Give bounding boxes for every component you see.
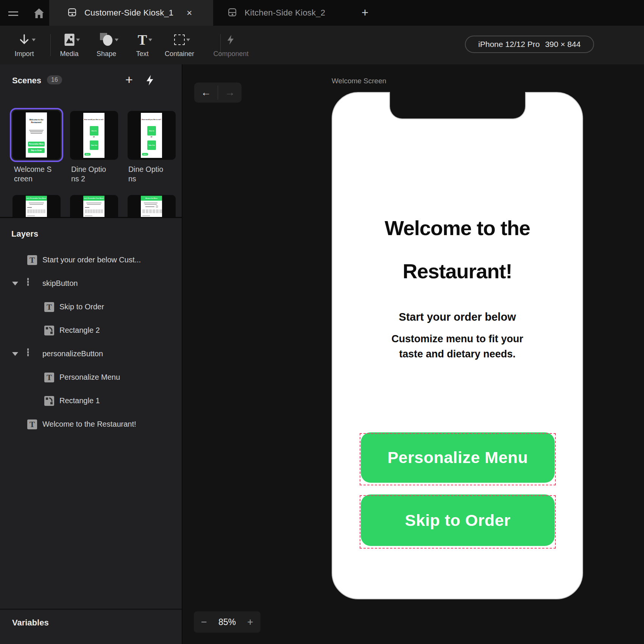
phone-notch xyxy=(389,92,526,119)
shape-icon xyxy=(100,30,113,49)
layer-label: Welcome to the Restaurant! xyxy=(42,420,136,429)
pie-file-icon xyxy=(67,8,77,19)
scene-thumbnail-personalize-2[interactable]: Let's Personalize Your Menu! xyxy=(70,195,118,217)
mini-screen: Welcome to theRestaurant! Personalize Me… xyxy=(26,112,47,157)
device-selector[interactable]: iPhone 12/12 Pro 390 × 844 xyxy=(465,36,594,53)
text-layer-icon: T xyxy=(44,302,54,312)
zoom-out-icon[interactable]: − xyxy=(195,611,214,633)
close-icon[interactable]: ✕ xyxy=(186,9,192,17)
layer-row-rectangle[interactable]: Rectangle 2 xyxy=(0,319,182,342)
variables-section[interactable]: Variables xyxy=(12,618,49,628)
layer-row-rectangle[interactable]: Rectangle 1 xyxy=(0,389,182,413)
scenes-title: Scenes xyxy=(12,76,41,86)
container-layer-icon xyxy=(27,348,29,356)
layer-row-container[interactable]: skipButton xyxy=(0,272,182,295)
welcome-heading[interactable]: Welcome to theRestaurant! xyxy=(332,206,582,293)
scene-label[interactable]: Welcome Screen xyxy=(332,77,386,85)
mini-screen: Let's Personalize Your Menu! xyxy=(83,196,104,217)
import-button[interactable]: Import xyxy=(6,30,42,61)
history-nav: ← → xyxy=(194,83,242,103)
text-button[interactable]: T Text xyxy=(124,30,161,61)
layer-label: Start your order below Cust... xyxy=(42,256,141,264)
toolbar: Import Media Shape T Text xyxy=(0,26,644,64)
tab-kitchen-side-kiosk[interactable]: Kitchen-Side Kiosk_2 xyxy=(213,0,354,26)
panel-divider xyxy=(0,217,182,218)
chevron-down-icon xyxy=(115,39,119,41)
text-layer-icon: T xyxy=(27,255,37,265)
zoom-in-icon[interactable]: + xyxy=(241,611,260,633)
text-layer-icon: T xyxy=(44,373,54,382)
title-bar: Customer-Side Kiosk_1 ✕ Kitchen-Side Kio… xyxy=(0,0,644,26)
import-label: Import xyxy=(14,50,34,58)
forward-arrow-icon[interactable]: → xyxy=(218,83,242,103)
component-lightning-icon xyxy=(226,30,236,49)
layer-row-text[interactable]: T Personalize Menu xyxy=(0,366,182,389)
menu-icon[interactable] xyxy=(5,5,22,20)
rectangle-layer-icon xyxy=(44,326,54,335)
new-tab-icon[interactable]: + xyxy=(355,0,375,26)
tab-label: Customer-Side Kiosk_1 xyxy=(84,8,173,18)
canvas[interactable]: ← → Welcome Screen Welcome to theRestaur… xyxy=(182,64,644,644)
home-icon[interactable] xyxy=(33,7,47,20)
phone-mockup[interactable]: Welcome to theRestaurant! Start your ord… xyxy=(332,92,583,599)
left-sidebar: Scenes 16 + Welcome to theRestaurant! Pe… xyxy=(0,64,182,644)
chevron-down-icon xyxy=(76,39,80,41)
menu-bar xyxy=(8,11,18,12)
rectangle-layer-icon xyxy=(44,396,54,406)
back-arrow-icon[interactable]: ← xyxy=(194,83,218,103)
component-button[interactable]: Component xyxy=(213,30,249,61)
caret-down-icon[interactable] xyxy=(12,282,18,285)
shape-label: Shape xyxy=(97,50,116,58)
zoom-level[interactable]: 85% xyxy=(213,611,242,633)
scene-name-dine-options-2[interactable]: Dine Options 2 xyxy=(71,165,106,184)
media-button[interactable]: Media xyxy=(51,30,87,61)
layer-label: Personalize Menu xyxy=(59,373,120,382)
container-icon xyxy=(174,30,185,49)
device-size: 390 × 844 xyxy=(545,40,581,49)
container-label: Container xyxy=(165,50,194,58)
tab-customer-side-kiosk[interactable]: Customer-Side Kiosk_1 ✕ xyxy=(49,0,213,26)
layer-label: Rectangle 2 xyxy=(59,326,100,335)
chevron-down-icon xyxy=(148,39,152,41)
mini-screen: Let's Personalize Your Menu! xyxy=(26,196,47,217)
layer-label: Rectangle 1 xyxy=(59,396,100,405)
caret-down-icon[interactable] xyxy=(12,352,18,356)
tab-label: Kitchen-Side Kiosk_2 xyxy=(245,8,325,18)
trigger-lightning-icon[interactable] xyxy=(145,74,158,86)
skip-to-order-button[interactable]: Skip to Order xyxy=(361,494,555,546)
personalize-menu-button[interactable]: Personalize Menu xyxy=(361,432,555,483)
mini-screen: How would you like to eat? Dine In or Ta… xyxy=(141,113,162,158)
body-text[interactable]: Customize menu to fit yourtaste and diet… xyxy=(332,331,582,362)
scene-name-dine-options[interactable]: Dine Options xyxy=(128,165,163,184)
menu-bar xyxy=(8,15,18,16)
component-label: Component xyxy=(213,50,248,58)
pie-file-icon xyxy=(228,8,237,19)
device-name: iPhone 12/12 Pro xyxy=(478,40,540,49)
layer-label: personalizeButton xyxy=(42,349,103,358)
layer-row-text[interactable]: T Start your order below Cust... xyxy=(0,248,182,272)
scene-thumbnail-personalize[interactable]: Let's Personalize Your Menu! xyxy=(12,195,61,217)
layer-row-container[interactable]: personalizeButton xyxy=(0,342,182,366)
media-icon xyxy=(64,30,75,49)
scene-name-welcome-screen[interactable]: Welcome Screen xyxy=(14,165,51,184)
add-scene-icon[interactable]: + xyxy=(122,71,136,88)
shape-button[interactable]: Shape xyxy=(88,30,125,61)
mini-screen: How would you like to eat? Dine In or Ta… xyxy=(83,113,104,158)
layer-row-text[interactable]: T Skip to Order xyxy=(0,295,182,319)
container-layer-icon xyxy=(27,278,29,286)
scene-thumbnail-welcome-screen[interactable]: Welcome to theRestaurant! Personalize Me… xyxy=(12,111,61,159)
panel-divider xyxy=(0,609,182,610)
container-button[interactable]: Container xyxy=(161,30,198,61)
layer-label: Skip to Order xyxy=(59,303,104,311)
chevron-down-icon xyxy=(186,39,190,41)
subtitle-text[interactable]: Start your order below xyxy=(332,311,582,323)
toolbar-separator xyxy=(50,34,51,56)
scene-thumbnail-dine-options[interactable]: How would you like to eat? Dine In or Ta… xyxy=(128,111,176,160)
text-icon: T xyxy=(138,30,147,49)
layer-row-text[interactable]: T Welcome to the Restaurant! xyxy=(0,413,182,436)
scene-thumbnail-browse-menu[interactable]: Browse the Menu xyxy=(128,195,176,217)
zoom-control: − 85% + xyxy=(194,611,260,633)
scene-thumbnail-dine-options-2[interactable]: How would you like to eat? Dine In or Ta… xyxy=(70,111,118,160)
mini-screen: Browse the Menu xyxy=(141,196,162,217)
import-icon xyxy=(18,30,30,49)
